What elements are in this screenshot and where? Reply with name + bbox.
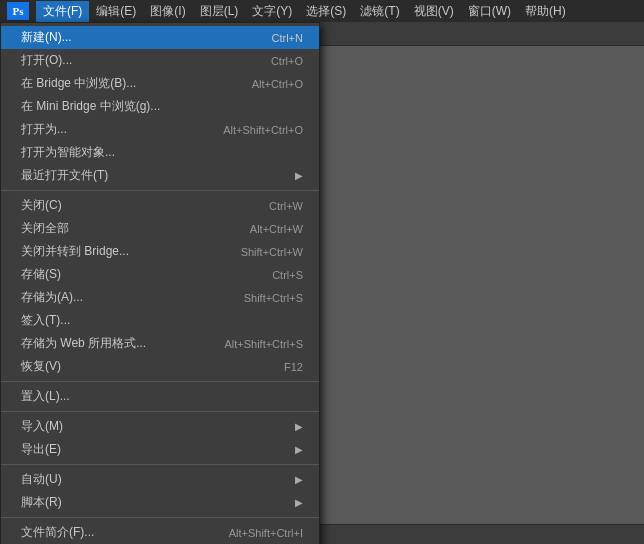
dropdown-item-9[interactable]: 关闭全部Alt+Ctrl+W <box>1 217 319 240</box>
menu-item-filter[interactable]: 滤镜(T) <box>353 1 406 22</box>
item-shortcut: Alt+Ctrl+O <box>252 78 303 90</box>
item-shortcut: Ctrl+S <box>272 269 303 281</box>
item-label: 存储为 Web 所用格式... <box>21 335 194 352</box>
dropdown-item-25[interactable]: 文件简介(F)...Alt+Shift+Ctrl+I <box>1 521 319 544</box>
item-arrow-icon: ▶ <box>295 444 303 455</box>
item-label: 关闭(C) <box>21 197 239 214</box>
item-label: 恢复(V) <box>21 358 254 375</box>
menu-item-edit[interactable]: 编辑(E) <box>89 1 143 22</box>
menu-item-window[interactable]: 窗口(W) <box>461 1 518 22</box>
dropdown-item-2[interactable]: 在 Bridge 中浏览(B)...Alt+Ctrl+O <box>1 72 319 95</box>
menu-separator <box>1 517 319 518</box>
dropdown-item-17[interactable]: 置入(L)... <box>1 385 319 408</box>
item-shortcut: Ctrl+W <box>269 200 303 212</box>
menu-separator <box>1 381 319 382</box>
ps-logo-img: Ps <box>7 2 29 20</box>
dropdown-item-10[interactable]: 关闭并转到 Bridge...Shift+Ctrl+W <box>1 240 319 263</box>
menu-separator <box>1 411 319 412</box>
item-shortcut: F12 <box>284 361 303 373</box>
item-shortcut: Shift+Ctrl+W <box>241 246 303 258</box>
dropdown-item-23[interactable]: 脚本(R)▶ <box>1 491 319 514</box>
menu-separator <box>1 464 319 465</box>
item-shortcut: Ctrl+O <box>271 55 303 67</box>
item-label: 文件简介(F)... <box>21 524 199 541</box>
item-shortcut: Ctrl+N <box>272 32 303 44</box>
item-label: 自动(U) <box>21 471 287 488</box>
menu-bar: Ps 文件(F) 编辑(E) 图像(I) 图层(L) 文字(Y) 选择(S) 滤… <box>0 0 644 22</box>
item-label: 最近打开文件(T) <box>21 167 287 184</box>
dropdown-item-8[interactable]: 关闭(C)Ctrl+W <box>1 194 319 217</box>
dropdown-item-6[interactable]: 最近打开文件(T)▶ <box>1 164 319 187</box>
menu-item-file[interactable]: 文件(F) <box>36 1 89 22</box>
ps-logo: Ps <box>4 0 32 22</box>
item-label: 关闭全部 <box>21 220 220 237</box>
item-label: 脚本(R) <box>21 494 287 511</box>
dropdown-item-19[interactable]: 导入(M)▶ <box>1 415 319 438</box>
item-label: 存储(S) <box>21 266 242 283</box>
dropdown-item-3[interactable]: 在 Mini Bridge 中浏览(g)... <box>1 95 319 118</box>
item-arrow-icon: ▶ <box>295 170 303 181</box>
dropdown-item-15[interactable]: 恢复(V)F12 <box>1 355 319 378</box>
item-label: 新建(N)... <box>21 29 242 46</box>
dropdown-item-22[interactable]: 自动(U)▶ <box>1 468 319 491</box>
menu-item-help[interactable]: 帮助(H) <box>518 1 573 22</box>
item-label: 打开为智能对象... <box>21 144 303 161</box>
menu-item-select[interactable]: 选择(S) <box>299 1 353 22</box>
item-label: 打开为... <box>21 121 193 138</box>
item-arrow-icon: ▶ <box>295 421 303 432</box>
dropdown-item-14[interactable]: 存储为 Web 所用格式...Alt+Shift+Ctrl+S <box>1 332 319 355</box>
item-label: 置入(L)... <box>21 388 303 405</box>
menu-item-layer[interactable]: 图层(L) <box>193 1 246 22</box>
item-arrow-icon: ▶ <box>295 497 303 508</box>
item-arrow-icon: ▶ <box>295 474 303 485</box>
item-label: 打开(O)... <box>21 52 241 69</box>
item-label: 签入(T)... <box>21 312 303 329</box>
menu-item-type[interactable]: 文字(Y) <box>245 1 299 22</box>
item-shortcut: Alt+Ctrl+W <box>250 223 303 235</box>
dropdown-item-12[interactable]: 存储为(A)...Shift+Ctrl+S <box>1 286 319 309</box>
item-shortcut: Alt+Shift+Ctrl+S <box>224 338 303 350</box>
item-label: 在 Bridge 中浏览(B)... <box>21 75 222 92</box>
dropdown-item-11[interactable]: 存储(S)Ctrl+S <box>1 263 319 286</box>
dropdown-item-0[interactable]: 新建(N)...Ctrl+N <box>1 26 319 49</box>
item-label: 关闭并转到 Bridge... <box>21 243 211 260</box>
file-menu-dropdown: 新建(N)...Ctrl+N打开(O)...Ctrl+O在 Bridge 中浏览… <box>0 22 320 544</box>
item-label: 导出(E) <box>21 441 287 458</box>
menu-item-image[interactable]: 图像(I) <box>143 1 192 22</box>
item-shortcut: Alt+Shift+Ctrl+O <box>223 124 303 136</box>
menu-separator <box>1 190 319 191</box>
dropdown-item-13[interactable]: 签入(T)... <box>1 309 319 332</box>
item-label: 存储为(A)... <box>21 289 214 306</box>
item-shortcut: Alt+Shift+Ctrl+I <box>229 527 303 539</box>
menu-item-view[interactable]: 视图(V) <box>407 1 461 22</box>
dropdown-item-4[interactable]: 打开为...Alt+Shift+Ctrl+O <box>1 118 319 141</box>
dropdown-item-1[interactable]: 打开(O)...Ctrl+O <box>1 49 319 72</box>
item-label: 导入(M) <box>21 418 287 435</box>
item-label: 在 Mini Bridge 中浏览(g)... <box>21 98 303 115</box>
dropdown-item-5[interactable]: 打开为智能对象... <box>1 141 319 164</box>
dropdown-item-20[interactable]: 导出(E)▶ <box>1 438 319 461</box>
item-shortcut: Shift+Ctrl+S <box>244 292 303 304</box>
